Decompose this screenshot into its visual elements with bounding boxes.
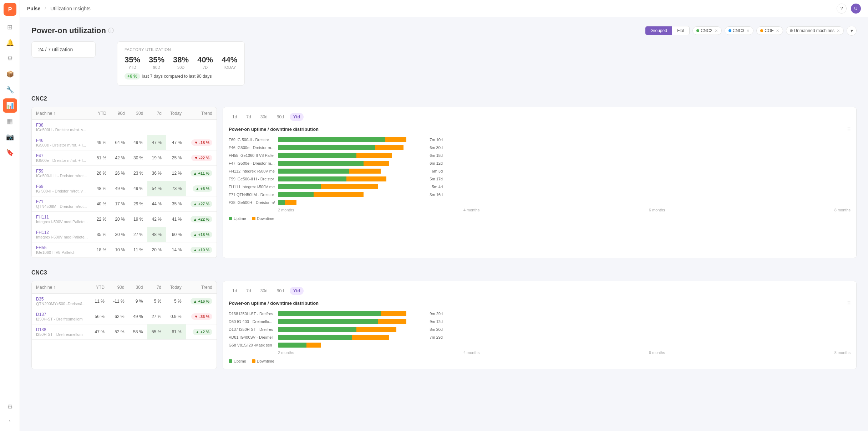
factory-ytd-value: 35% [125,55,140,65]
trend-chip: ▲ +10 % [191,247,212,253]
cell-trend [186,120,217,135]
cell-ytd: 22 % [92,212,111,227]
sidebar-expand-button[interactable]: › [3,414,17,428]
help-icon[interactable]: ? [837,4,847,14]
table-row: F46 IG500e - Dreistor m/rot. + I... 49 %… [32,135,217,150]
cnc3-group-body: Machine ↑ YTD 90d 30d 7d Today Trend B35 [31,281,857,369]
cnc3-col-machine[interactable]: Machine ↑ [32,281,90,294]
bar-downtime [381,311,406,316]
col-ytd[interactable]: YTD [92,107,111,120]
cell-ytd: 47 % [90,324,109,340]
cnc2-tab-90d[interactable]: 90d [273,113,288,121]
factory-stat-7d: 40% 7D [197,55,213,70]
col-30d[interactable]: 30d [129,107,148,120]
sidebar-item-settings[interactable]: ⚙ [3,400,17,414]
cnc3-col-30d[interactable]: 30d [129,281,147,294]
grouped-toggle-btn[interactable]: Grouped [645,26,672,35]
col-7d[interactable]: 7d [147,107,166,120]
cnc3-tab-90d[interactable]: 90d [273,287,288,295]
flat-toggle-btn[interactable]: Flat [672,26,689,35]
bar-uptime [278,319,378,324]
bar-label: F38 IGe500H - Dreistor m/ [229,200,275,205]
bar-label: FH55 IGe1060-II V8 Palle [229,153,275,158]
cnc2-tab-30d[interactable]: 30d [257,113,271,121]
cell-ytd: 35 % [92,227,111,242]
cnc3-col-trend[interactable]: Trend [186,281,217,294]
bar-uptime [278,192,314,197]
cell-7d: 27 % [147,309,166,324]
sidebar-item-orders[interactable]: 📦 [3,67,17,81]
cnc3-tab-30d[interactable]: 30d [257,287,271,295]
bar-downtime [349,169,381,174]
unmanned-label: Unmanned machines [794,28,834,33]
bar-label: D50 IG-400 - Dreimello... [229,319,275,324]
cell-today: 41 % [166,212,186,227]
sidebar-item-maintenance[interactable]: 🔧 [3,83,17,97]
cnc3-col-90d[interactable]: 90d [109,281,129,294]
filter-chip-unmanned[interactable]: Unmanned machines ✕ [786,26,844,35]
table-row: F71 QTN450IIM - Dreistor m/rot... 40 % 1… [32,196,217,212]
sidebar-item-camera[interactable]: 📷 [3,130,17,144]
cnc3-chart-tabs: 1d 7d 30d 90d Ytd [229,287,851,295]
cnc2-tab-1d[interactable]: 1d [229,113,240,121]
toolbar: Grouped Flat CNC2 ✕ CNC3 ✕ COF ✕ [645,26,857,36]
cnc2-tab-ytd[interactable]: Ytd [290,113,304,121]
unmanned-remove-icon[interactable]: ✕ [837,29,840,33]
cnc3-remove-icon[interactable]: ✕ [746,29,750,33]
cnc2-tab-7d[interactable]: 7d [243,113,254,121]
cell-machine: FH111 Integrex i-500V med Pallete... [32,212,92,227]
sidebar-item-integrations[interactable]: ⚙ [3,51,17,66]
filter-chip-cof[interactable]: COF ✕ [756,26,783,35]
cell-machine: B35 QTN200MYx500 -Dreismä... [32,294,90,309]
cnc3-tab-7d[interactable]: 7d [243,287,254,295]
table-row: FH112 Integrex i-500V med Pallete... 35 … [32,227,217,242]
filter-chip-cnc2[interactable]: CNC2 ✕ [692,26,722,35]
cell-machine: FH55 IGe1060-II V8 Palletch [32,242,92,258]
cnc2-chart-menu-icon[interactable]: ≡ [847,126,851,132]
sidebar-item-alerts[interactable]: 🔔 [3,36,17,50]
trend-chip: ▲ +18 % [191,231,212,238]
filter-chip-cnc3[interactable]: CNC3 ✕ [725,26,754,35]
col-machine[interactable]: Machine ↑ [32,107,92,120]
cell-30d: 58 % [129,324,147,340]
user-avatar[interactable]: U [851,4,861,14]
cell-90d: 17 % [111,196,129,212]
cell-90d: 62 % [109,309,129,324]
cell-90d: 52 % [109,324,129,340]
cell-today [166,120,186,135]
bar-row: D50 IG-400 - Dreimello... 9m 12d [229,319,851,324]
sidebar-item-analytics[interactable]: 📊 [3,98,17,113]
table-row: D137 I250H-ST - Dreifresmellom 56 % 62 %… [32,309,217,324]
cell-ytd: 51 % [92,150,111,166]
cell-90d: 26 % [111,166,129,181]
cnc2-remove-icon[interactable]: ✕ [715,29,718,33]
bar-value: 6m 3d [423,169,443,173]
sidebar-item-bookmark[interactable]: 🔖 [3,145,17,160]
bar-value: 6m 12d [423,161,443,165]
bar-label: FH112 Integrex i-500V me [229,169,275,173]
cnc3-tab-1d[interactable]: 1d [229,287,240,295]
cell-machine: F47 IG500e - Dreistor m/rot. + I... [32,150,92,166]
cnc3-col-7d[interactable]: 7d [147,281,166,294]
sidebar-item-home[interactable]: ⊞ [3,20,17,34]
cof-remove-icon[interactable]: ✕ [776,29,779,33]
col-today[interactable]: Today [166,107,186,120]
factory-util-label: FACTORY UTILIZATION [125,47,237,52]
cell-7d: 47 % [147,135,166,150]
sidebar-item-grid[interactable]: ▦ [3,114,17,128]
title-info-icon[interactable]: ⓘ [108,27,114,35]
col-90d[interactable]: 90d [111,107,129,120]
cnc3-legend-uptime: Uptime [229,359,246,363]
cell-machine: D138 I250H-ST - Dreifresmellom [32,324,90,340]
cell-90d: 49 % [111,181,129,196]
cnc3-chart-menu-icon[interactable]: ≡ [847,300,851,306]
cell-30d: 11 % [129,242,148,258]
more-filters-button[interactable]: ▾ [847,26,857,36]
bar-uptime [278,335,352,340]
cnc3-col-today[interactable]: Today [166,281,186,294]
cnc3-col-ytd[interactable]: YTD [90,281,109,294]
bar-downtime [356,327,396,332]
cnc3-tab-ytd[interactable]: Ytd [290,287,304,295]
cell-ytd: 56 % [90,309,109,324]
col-trend[interactable]: Trend [186,107,217,120]
